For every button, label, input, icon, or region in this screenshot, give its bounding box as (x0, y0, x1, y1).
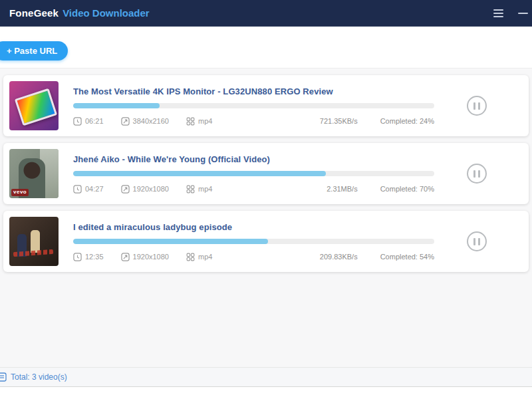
resolution-meta: 1920x1080 (121, 253, 169, 261)
download-speed: 721.35KB/s (320, 117, 358, 125)
pause-icon (473, 238, 475, 245)
download-row: vevo Jhené Aiko - While We're Young (Off… (3, 143, 529, 204)
video-thumbnail (9, 81, 59, 130)
total-list-icon (0, 372, 7, 382)
video-title: I edited a miraculous ladybug episode (73, 222, 434, 232)
title-bar: FoneGeek Video Downloader (0, 0, 532, 27)
paste-url-button[interactable]: + Paste URL (0, 41, 68, 61)
duration-meta: 06:21 (73, 117, 104, 126)
resolution-value: 1920x1080 (133, 185, 169, 193)
format-icon (186, 117, 195, 126)
resolution-value: 1920x1080 (133, 253, 169, 261)
pause-button[interactable] (467, 164, 487, 184)
pause-button[interactable] (467, 96, 487, 116)
completed-percentage: Completed: 24% (380, 117, 434, 125)
progress-bar (73, 103, 434, 108)
format-value: mp4 (198, 117, 212, 125)
resolution-icon (121, 185, 130, 194)
progress-fill (73, 103, 160, 108)
total-count-label: Total: 3 video(s) (11, 372, 67, 382)
format-meta: mp4 (186, 185, 212, 194)
duration-value: 04:27 (85, 185, 104, 193)
resolution-icon (121, 253, 130, 261)
format-value: mp4 (198, 185, 212, 193)
download-speed: 209.83KB/s (320, 253, 358, 261)
download-list: The Most Versatile 4K IPS Monitor - LG32… (0, 68, 532, 367)
progress-bar (73, 171, 434, 176)
progress-bar (73, 239, 434, 244)
brand-logo: FoneGeek (9, 7, 59, 19)
download-speed: 2.31MB/s (327, 185, 357, 193)
pause-icon (473, 170, 475, 178)
resolution-icon (121, 117, 130, 126)
app-title: Video Downloader (63, 7, 150, 19)
status-bar: Total: 3 video(s) (0, 367, 532, 387)
video-title: Jhené Aiko - While We're Young (Official… (73, 154, 434, 164)
pause-button[interactable] (467, 231, 487, 251)
progress-fill (73, 171, 326, 176)
format-icon (186, 185, 195, 194)
video-thumbnail: vevo (9, 149, 59, 198)
toolbar: + Paste URL (0, 27, 532, 68)
minimize-icon[interactable] (518, 13, 528, 14)
duration-meta: 12:35 (73, 253, 104, 261)
format-meta: mp4 (186, 117, 212, 126)
pause-icon (478, 238, 480, 245)
pause-icon (478, 170, 480, 178)
app-window: FoneGeek Video Downloader + Paste URL Th… (0, 0, 532, 399)
duration-icon (73, 253, 82, 261)
duration-value: 06:21 (85, 117, 104, 125)
duration-icon (73, 185, 82, 194)
pause-icon (473, 102, 475, 110)
bottom-strip (0, 387, 532, 399)
completed-percentage: Completed: 54% (380, 253, 434, 261)
duration-meta: 04:27 (73, 185, 104, 194)
video-title: The Most Versatile 4K IPS Monitor - LG32… (73, 86, 434, 96)
pause-icon (478, 102, 480, 110)
format-icon (186, 253, 195, 261)
format-value: mp4 (198, 253, 212, 261)
resolution-value: 3840x2160 (133, 117, 169, 125)
format-meta: mp4 (186, 253, 212, 261)
duration-value: 12:35 (85, 253, 104, 261)
resolution-meta: 3840x2160 (121, 117, 169, 126)
progress-fill (73, 239, 268, 244)
video-thumbnail (9, 217, 59, 266)
download-row: The Most Versatile 4K IPS Monitor - LG32… (3, 75, 529, 136)
thumbnail-badge: vevo (11, 189, 29, 196)
completed-percentage: Completed: 70% (380, 185, 434, 193)
duration-icon (73, 117, 82, 126)
resolution-meta: 1920x1080 (121, 185, 169, 194)
download-row: I edited a miraculous ladybug episode 12… (3, 211, 529, 272)
hamburger-menu-icon[interactable] (491, 7, 506, 20)
